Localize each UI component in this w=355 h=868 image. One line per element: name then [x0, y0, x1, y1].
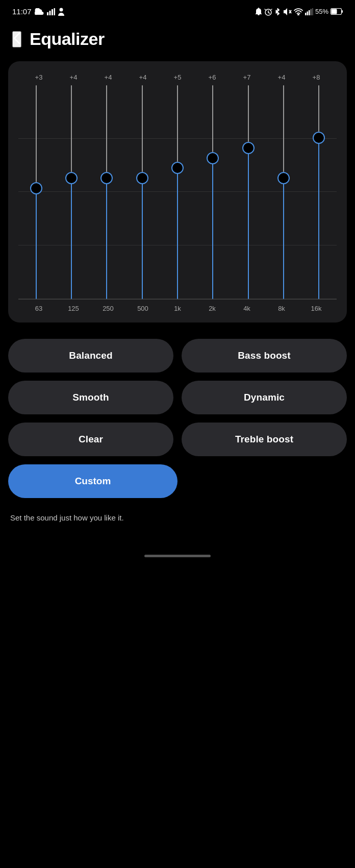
eq-slider-blue-line — [71, 184, 72, 299]
custom-button[interactable]: Custom — [8, 464, 178, 498]
svg-rect-2 — [52, 9, 53, 15]
status-right: 55% — [255, 8, 343, 16]
freq-label: 2k — [201, 305, 223, 312]
svg-rect-12 — [310, 9, 312, 15]
preset-button-treble-boost[interactable]: Treble boost — [182, 423, 347, 456]
eq-knob[interactable] — [100, 172, 113, 184]
eq-slider-blue-line — [142, 184, 143, 299]
svg-point-8 — [298, 14, 299, 15]
svg-rect-16 — [332, 9, 337, 14]
page-title: Equalizer — [30, 29, 105, 49]
eq-slider-gray-line — [71, 85, 72, 172]
eq-slider-blue-line — [212, 164, 213, 299]
svg-rect-3 — [54, 8, 55, 15]
eq-slider-blue-line — [318, 143, 319, 299]
cloud-icon — [35, 8, 44, 15]
eq-knob[interactable] — [171, 162, 184, 174]
back-button[interactable] — [12, 31, 21, 47]
eq-slider-blue-line — [106, 184, 107, 299]
eq-knob[interactable] — [30, 182, 42, 194]
eq-slider-blue-line — [283, 184, 284, 299]
cell-signal-icon — [305, 8, 313, 15]
preset-button-bass-boost[interactable]: Bass boost — [182, 339, 347, 373]
freq-labels-row: 631252505001k2k4k8k16k — [18, 305, 337, 312]
db-label: +8 — [305, 73, 327, 81]
db-label: +4 — [97, 73, 119, 81]
freq-label: 1k — [166, 305, 189, 312]
svg-rect-15 — [342, 10, 343, 13]
freq-label: 4k — [236, 305, 258, 312]
eq-knob[interactable] — [313, 132, 325, 144]
eq-knob[interactable] — [277, 172, 290, 184]
eq-knob[interactable] — [65, 172, 78, 184]
svg-rect-9 — [305, 13, 307, 15]
eq-panel: +3+4+4+4+5+6+7+4+8 631252505001k2k4k8k16… — [8, 61, 347, 323]
presets-grid: BalancedBass boostSmoothDynamicClearTreb… — [0, 323, 355, 456]
status-left: 11:07 — [12, 7, 64, 16]
mute-icon — [283, 8, 292, 16]
battery-percentage: 55% — [315, 8, 328, 15]
eq-slider-track[interactable] — [266, 85, 301, 299]
eq-slider-gray-line — [248, 85, 249, 142]
eq-slider-track[interactable] — [124, 85, 160, 299]
wifi-icon — [294, 8, 303, 15]
eq-knob[interactable] — [242, 142, 255, 154]
eq-slider-track[interactable] — [160, 85, 195, 299]
db-label: +6 — [201, 73, 223, 81]
db-label: +7 — [236, 73, 258, 81]
freq-label: 250 — [97, 305, 119, 312]
eq-slider-track[interactable] — [18, 85, 54, 299]
svg-rect-10 — [307, 11, 308, 15]
status-bar: 11:07 55% — [0, 0, 355, 20]
eq-slider-track[interactable] — [301, 85, 337, 299]
freq-label: 125 — [62, 305, 85, 312]
svg-rect-1 — [49, 11, 50, 15]
db-label: +4 — [62, 73, 85, 81]
notification-icon — [255, 8, 262, 16]
header: Equalizer — [0, 20, 355, 61]
preset-button-balanced[interactable]: Balanced — [8, 339, 173, 373]
person-icon — [58, 8, 64, 16]
eq-slider-gray-line — [283, 85, 284, 172]
bluetooth-icon — [274, 8, 281, 16]
freq-label: 500 — [132, 305, 154, 312]
db-label: +4 — [132, 73, 154, 81]
freq-label: 63 — [28, 305, 50, 312]
eq-chart — [18, 85, 337, 300]
eq-slider-blue-line — [177, 173, 178, 299]
eq-slider-track[interactable] — [54, 85, 89, 299]
freq-label: 16k — [305, 305, 327, 312]
svg-rect-11 — [309, 10, 310, 15]
db-label: +4 — [270, 73, 293, 81]
eq-knob[interactable] — [207, 152, 219, 164]
eq-slider-gray-line — [318, 85, 319, 132]
eq-slider-gray-line — [106, 85, 107, 172]
eq-slider-track[interactable] — [195, 85, 231, 299]
eq-slider-track[interactable] — [231, 85, 266, 299]
eq-slider-gray-line — [36, 85, 37, 182]
svg-rect-13 — [312, 8, 313, 15]
freq-label: 8k — [270, 305, 293, 312]
eq-slider-gray-line — [212, 85, 213, 152]
preset-button-dynamic[interactable]: Dynamic — [182, 381, 347, 414]
eq-slider-blue-line — [248, 154, 249, 299]
svg-point-4 — [59, 8, 63, 11]
preset-button-clear[interactable]: Clear — [8, 423, 173, 456]
svg-rect-0 — [47, 12, 48, 15]
eq-slider-track[interactable] — [89, 85, 124, 299]
db-label: +3 — [28, 73, 50, 81]
eq-slider-gray-line — [142, 85, 143, 172]
db-labels-row: +3+4+4+4+5+6+7+4+8 — [18, 73, 337, 81]
signal-icon — [47, 8, 55, 15]
battery-icon — [331, 8, 343, 15]
status-time: 11:07 — [12, 7, 32, 16]
alarm-icon — [264, 8, 272, 16]
eq-slider-gray-line — [177, 85, 178, 162]
eq-knob[interactable] — [136, 172, 148, 184]
custom-row: Custom — [0, 456, 355, 498]
db-label: +5 — [166, 73, 189, 81]
home-indicator — [144, 555, 211, 557]
preset-button-smooth[interactable]: Smooth — [8, 381, 173, 414]
description: Set the sound just how you like it. — [0, 498, 355, 524]
eq-slider-blue-line — [36, 194, 37, 299]
